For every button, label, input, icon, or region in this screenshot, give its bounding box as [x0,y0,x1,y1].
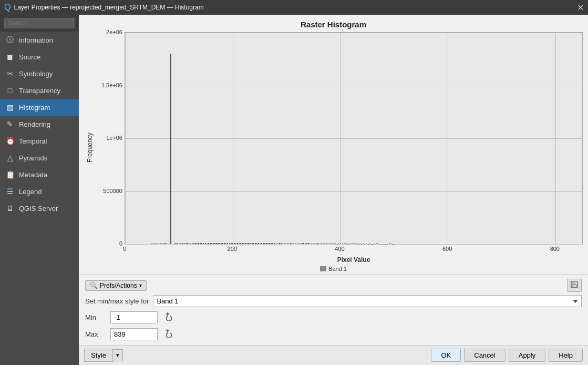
grid-line-v [448,33,448,244]
histogram-bar [379,244,380,245]
sidebar-item-qgis-server[interactable]: 🖥 QGIS Server [0,200,79,217]
y-tick-label: 500000 [103,188,122,194]
x-tick-label: 600 [442,246,452,252]
legend-color-box [320,266,326,271]
sidebar-icon-histogram: ▨ [5,103,15,112]
close-button[interactable]: ✕ [577,3,584,13]
sidebar-item-rendering[interactable]: ✎ Rendering [0,116,79,133]
sidebar-item-transparency[interactable]: □ Transparency [0,82,79,99]
histogram-bar [355,244,356,244]
histogram-bar [158,244,159,244]
histogram-bar [229,243,230,244]
histogram-bar [198,243,199,244]
x-tick-label: 200 [228,246,237,252]
histogram-bar [195,243,196,244]
histogram-bar [352,244,353,244]
app-icon: Q [4,3,11,12]
histogram-bar [269,243,270,244]
style-button-group: Style ▾ [84,349,123,362]
sidebar-search-input[interactable] [4,18,75,28]
reset-icon-2 [163,328,172,338]
histogram-bar [242,243,243,244]
style-dropdown-button[interactable]: ▾ [113,349,123,361]
histogram-bar [276,244,277,244]
histogram-bar [285,244,286,244]
sidebar-item-temporal[interactable]: ⏰ Temporal [0,133,79,149]
cancel-button[interactable]: Cancel [464,349,505,362]
prefs-actions-button[interactable]: 🔍 Prefs/Actions ▾ [85,280,147,291]
histogram-bar [255,243,256,244]
sidebar-item-histogram[interactable]: ▨ Histogram [0,99,79,116]
reset-icon [163,311,172,321]
sidebar-label-source: Source [19,53,40,61]
sidebar-label-symbology: Symbology [19,70,53,78]
band-select[interactable]: Band 1 [153,295,582,307]
style-button[interactable]: Style [84,349,113,362]
sidebar-item-symbology[interactable]: ✂ Symbology [0,65,79,82]
prefs-icon: 🔍 [90,282,98,289]
bottom-right-buttons: OK Cancel Apply Help [431,349,583,362]
histogram-bar [317,243,318,244]
histogram-bar [347,244,348,244]
histogram-bar [243,243,244,244]
sidebar-icon-source: ◼ [5,52,15,62]
histogram-bar [335,244,336,244]
histogram-bar [338,244,339,244]
histogram-bar [214,243,215,244]
sidebar-icon-pyramids: △ [5,153,15,163]
y-tick-label: 1.5e+06 [101,82,122,88]
sidebar-item-pyramids[interactable]: △ Pyramids [0,149,79,166]
histogram-bar [239,243,240,244]
sidebar-item-information[interactable]: ⓘ Information [0,32,79,48]
histogram-bar [192,244,193,244]
min-reset-button[interactable] [162,310,173,324]
histogram-bar [216,243,217,244]
histogram-bar [234,243,235,244]
histogram-bar [344,244,345,244]
histogram-bar [353,244,354,244]
sidebar-icon-information: ⓘ [5,35,15,45]
sidebar-label-information: Information [19,36,53,44]
histogram-bar [163,244,164,244]
histogram-bar [376,244,377,244]
title-bar: Q Layer Properties — reprojected_merged_… [0,0,588,15]
x-axis-area: 0200400600800 Pixel Value [96,245,583,263]
sidebar-search-area [0,15,79,32]
histogram-bar [225,243,226,244]
histogram-bar [260,244,261,244]
histogram-bar [177,244,178,244]
sidebar-icon-rendering: ✎ [5,119,15,129]
sidebar-label-legend: Legend [19,188,42,196]
histogram-bar [306,243,307,244]
max-input[interactable] [110,328,158,340]
min-input[interactable] [110,311,158,323]
histogram-bar [329,244,330,244]
histogram-bar [342,244,343,244]
histogram-bar [298,244,300,244]
help-button[interactable]: Help [549,349,583,362]
sidebar-label-transparency: Transparency [19,87,60,95]
sidebar-label-metadata: Metadata [19,171,47,179]
histogram-bar [284,244,285,244]
histogram-bar [267,243,269,244]
histogram-bar [248,243,249,244]
histogram-bar [359,244,360,244]
ok-button[interactable]: OK [431,349,461,362]
histogram-bar [231,243,232,244]
histogram-bar [235,243,236,244]
sidebar-item-metadata[interactable]: 📋 Metadata [0,166,79,183]
max-reset-button[interactable] [162,327,173,341]
histogram-bar [334,244,335,244]
histogram-bar [300,244,301,244]
x-tick-label: 800 [550,246,560,252]
sidebar-item-legend[interactable]: ☰ Legend [0,183,79,200]
chart-legend: Band 1 [84,266,583,272]
apply-button[interactable]: Apply [509,349,546,362]
sidebar-item-source[interactable]: ◼ Source [0,48,79,65]
histogram-bar [261,243,262,244]
histogram-bar [272,243,273,244]
save-icon-button[interactable] [567,279,582,292]
histogram-bar [292,244,293,244]
histogram-bar [297,244,298,244]
histogram-bar [332,244,333,244]
